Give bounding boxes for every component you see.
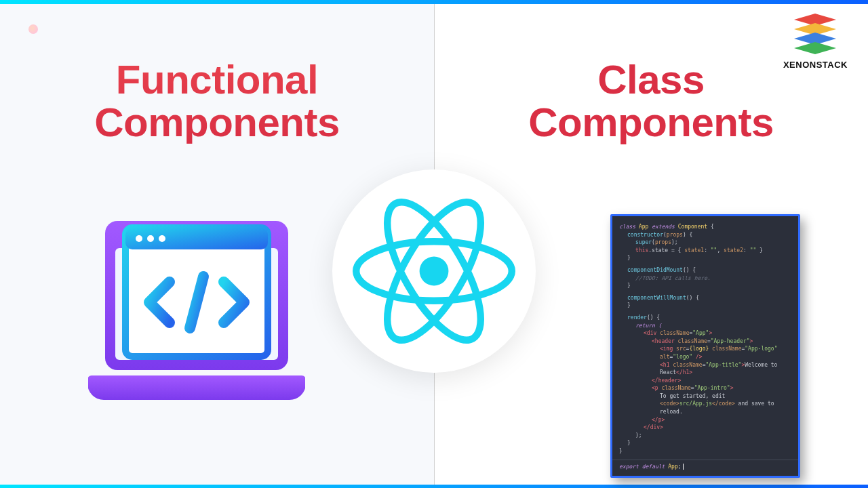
bottom-accent-bar: [0, 485, 868, 488]
left-title: Functional Components: [20, 58, 414, 144]
decorative-dot: [28, 24, 38, 34]
svg-point-8: [420, 257, 449, 286]
right-title-line2: Components: [528, 100, 774, 145]
brand-logo: XENONSTACK: [783, 14, 848, 70]
xenonstack-icon: [791, 14, 839, 57]
brand-name: XENONSTACK: [783, 60, 848, 70]
svg-point-5: [147, 235, 154, 242]
left-title-line1: Functional: [116, 57, 318, 102]
right-title-line1: Class: [597, 57, 705, 102]
left-title-line2: Components: [94, 100, 340, 145]
svg-rect-3: [125, 228, 268, 249]
right-title: Class Components: [454, 58, 848, 144]
laptop-code-icon: [88, 214, 305, 407]
code-snippet: class App extends Component { constructo…: [610, 214, 800, 478]
react-logo: [332, 169, 536, 373]
svg-point-4: [136, 235, 142, 242]
svg-marker-15: [794, 42, 836, 54]
svg-point-6: [159, 235, 165, 242]
